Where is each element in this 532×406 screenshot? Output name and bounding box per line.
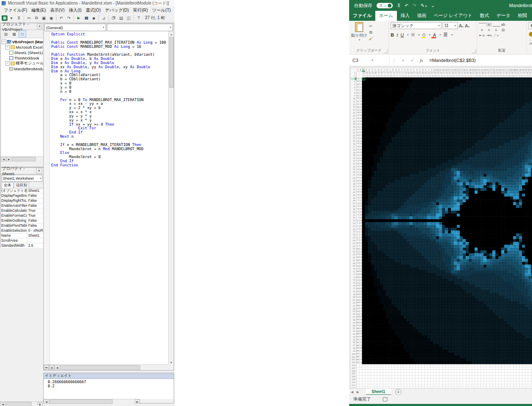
paste-button[interactable]: ▣ (40, 15, 47, 21)
align-left-icon[interactable]: ≡ (479, 28, 485, 32)
property-value[interactable]: Sheet1 (27, 233, 39, 238)
property-value[interactable]: Sheet1 (27, 188, 39, 193)
properties-window-button[interactable]: ▤ (118, 15, 125, 21)
cut-button[interactable]: ✂ (25, 15, 32, 21)
ink-icon[interactable]: ✎▾ (421, 3, 427, 8)
property-value[interactable]: 2.6 (27, 243, 33, 248)
ribbon-tab-4[interactable]: ページ レイアウト (430, 11, 476, 21)
property-value[interactable]: True (27, 208, 35, 213)
fill-color-icon[interactable]: ◇ (422, 32, 426, 37)
vba-menu-5[interactable]: デバッグ(D) (103, 7, 131, 14)
code-text[interactable]: Option Explicit Public Const MANDELBROT_… (51, 32, 166, 168)
view-excel-button[interactable]: ▦ (2, 15, 7, 21)
autosave-toggle[interactable]: オン (377, 3, 393, 8)
save-icon[interactable]: ⊼ (397, 3, 400, 8)
name-box[interactable]: C3▾ (349, 56, 389, 64)
tab-categorized[interactable]: 項目別 (14, 182, 29, 188)
font-size-select[interactable]: 11▾ (443, 22, 458, 29)
increase-decimal-icon[interactable]: ←.0.00 (529, 38, 532, 45)
code-hscroll-thumb[interactable] (60, 365, 140, 370)
property-value[interactable]: False (27, 198, 37, 203)
object-browser-button[interactable]: ◫ (125, 15, 132, 21)
tab-alphabetic[interactable]: 全体 (2, 182, 13, 188)
code-vscrollbar[interactable]: ▲ ▼ (168, 31, 174, 365)
ribbon-tab-5[interactable]: 数式 (476, 11, 493, 21)
formula-input[interactable]: =Mandelbrot(C$2,$B3) (429, 58, 476, 63)
paste-button[interactable]: 貼り付け▾ (351, 22, 367, 42)
properties-titlebar[interactable]: プロパティ - Sheet1 × (1, 168, 43, 174)
tree-item-1[interactable]: −Microsoft Excel Objects (1, 45, 43, 50)
qat-customize-icon[interactable]: ⌄ (431, 3, 435, 8)
property-row-11[interactable]: StandardWidth2.6 (1, 243, 43, 248)
split-button-2[interactable]: ▤ (49, 365, 54, 370)
format-painter-icon[interactable]: 🖌 (367, 35, 374, 42)
sheet-nav-left-icon[interactable]: ◀ (349, 390, 355, 394)
merge-center-icon[interactable]: ⊟ (500, 28, 506, 32)
number-format-select[interactable]: 標準▾ (529, 22, 532, 29)
increase-indent-icon[interactable]: ⇥≡ (486, 33, 492, 38)
copy-icon[interactable]: ⧉ (367, 29, 374, 35)
tree-item-5[interactable]: MandelbrotModule (1, 66, 43, 72)
code-hscroll-left[interactable]: ◀ (54, 365, 60, 370)
ribbon-tab-3[interactable]: 描画 (414, 11, 430, 21)
property-value[interactable]: 0 - xlNoRestrictions (27, 228, 43, 233)
bold-button[interactable]: B (391, 32, 394, 37)
align-top-icon[interactable]: ⎺⎺ (479, 22, 485, 27)
property-row-10[interactable]: ScrollArea (1, 238, 43, 243)
wrap-text-icon[interactable]: ab (500, 22, 506, 27)
tree-expander-icon[interactable]: − (2, 40, 6, 44)
property-value[interactable]: False (27, 203, 37, 208)
property-row-2[interactable]: DisplayRightToLeftFalse (1, 198, 43, 203)
tree-expander-icon[interactable]: − (5, 61, 10, 66)
tree-item-2[interactable]: Sheet1 (Sheet1) (1, 50, 43, 55)
property-row-6[interactable]: EnableOutliningFalse (1, 218, 43, 223)
properties-object-selector[interactable]: Sheet1 Worksheet▾ (2, 175, 42, 182)
property-row-7[interactable]: EnablePivotTableFalse (1, 223, 43, 228)
property-value[interactable]: True (27, 213, 35, 218)
property-row-3[interactable]: EnableAutoFilterFalse (1, 203, 43, 208)
property-value[interactable] (27, 238, 28, 243)
reset-button[interactable]: ■ (90, 15, 97, 21)
immediate-titlebar[interactable]: イミディエイト (44, 373, 174, 379)
align-middle-icon[interactable]: ≡ (486, 22, 492, 27)
view-object-button[interactable]: ▦ (10, 30, 18, 37)
save-button[interactable]: ⊼ (15, 15, 22, 21)
font-name-select[interactable]: 游ゴシック▾ (391, 22, 441, 29)
project-explorer-hscrollbar[interactable]: ◀▶ (1, 156, 43, 161)
property-value[interactable]: False (27, 218, 37, 223)
vba-menu-7[interactable]: ツール(T) (150, 7, 172, 14)
copy-button[interactable]: ⧉ (33, 15, 40, 21)
property-row-9[interactable]: NameSheet1 (1, 233, 43, 238)
property-row-1[interactable]: DisplayPageBreaksFalse (1, 193, 43, 198)
vba-menu-3[interactable]: 挿入(I) (67, 7, 83, 14)
find-button[interactable]: ◉ (48, 15, 55, 21)
ribbon-tab-7[interactable]: 校閲 (514, 11, 531, 21)
ribbon-tab-6[interactable]: データ (493, 11, 514, 21)
property-value[interactable]: False (27, 223, 37, 228)
redo-icon[interactable]: ↷ (413, 3, 416, 8)
currency-icon[interactable]: ⬤▾ (529, 31, 532, 37)
align-right-icon[interactable]: ≡ (493, 28, 499, 32)
undo-icon[interactable]: ↶ (404, 3, 408, 8)
enter-icon[interactable]: ✓ (408, 58, 417, 63)
font-dialog-launcher[interactable] (472, 49, 476, 53)
clipboard-dialog-launcher[interactable] (384, 49, 388, 53)
cut-icon[interactable]: ✂ (367, 23, 374, 29)
align-bottom-icon[interactable]: ⎽⎽ (493, 22, 499, 27)
property-row-8[interactable]: EnableSelection0 - xlNoRestrictions (1, 228, 43, 233)
project-explorer-close-icon[interactable]: × (37, 24, 42, 29)
design-mode-button[interactable]: ⊿ (100, 15, 107, 21)
insert-object-button[interactable]: ▾ (8, 15, 15, 21)
vba-menu-2[interactable]: 表示(V) (48, 7, 66, 14)
undo-button[interactable]: ↶ (58, 15, 65, 21)
borders-icon[interactable]: ⊞ (411, 32, 415, 37)
sheet-nav-right-icon[interactable]: ▶ (355, 390, 361, 394)
font-color-icon[interactable]: A (433, 32, 436, 37)
help-button[interactable]: ? (135, 15, 142, 21)
redo-button[interactable]: ↷ (65, 15, 72, 21)
run-button[interactable]: ▶ (75, 15, 82, 21)
immediate-hscrollbar[interactable]: ◀▶ (44, 399, 140, 404)
italic-button[interactable]: I (397, 32, 398, 37)
property-row-4[interactable]: EnableCalculationTrue (1, 208, 43, 213)
tree-item-3[interactable]: ThisWorkbook (1, 55, 43, 61)
